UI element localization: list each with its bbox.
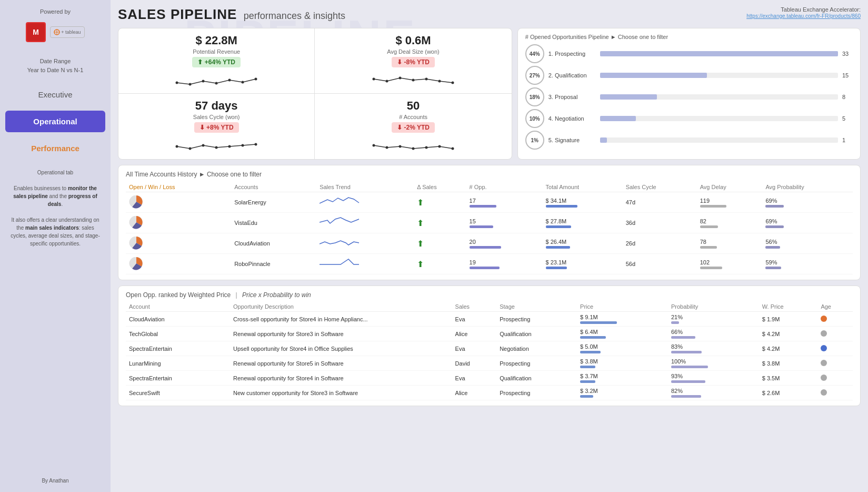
amount-cell: $ 27.8M xyxy=(543,213,623,233)
sidebar: Powered by M + tableau Date Range Year t… xyxy=(0,0,111,492)
pipeline-rows: 44%1. Prospecting3327%2. Qualification15… xyxy=(525,44,853,150)
opp-account: SpectraEntertain xyxy=(126,371,230,386)
table-row: SecureSwiftNew customer opportunity for … xyxy=(126,386,853,400)
stage-percent: 44% xyxy=(525,44,544,63)
age-dot xyxy=(821,316,827,322)
opp-probability: 66% xyxy=(668,327,759,341)
opp-stage: Qualification xyxy=(496,371,577,386)
account-name: SolarEnergy xyxy=(231,192,316,213)
opp-account: LunarMining xyxy=(126,356,230,371)
delay-cell: 78 xyxy=(697,233,763,254)
opp-probability: 21% xyxy=(668,312,759,327)
opps-col-header: Opportunity Description xyxy=(230,302,452,312)
nav-performance[interactable]: Performance xyxy=(5,137,105,159)
cycle-cell: 26d xyxy=(623,233,697,254)
opp-wprice: $ 1.9M xyxy=(759,312,818,327)
probability-cell: 59% xyxy=(762,254,853,274)
acc-col-header: Avg Probability xyxy=(762,182,853,192)
opp-age xyxy=(817,341,853,356)
opp-age xyxy=(817,371,853,386)
kpi-badge: ⬇ -2% YTD xyxy=(392,122,435,133)
pipeline-row[interactable]: 1%5. Signature1 xyxy=(525,131,853,150)
pie-cell xyxy=(126,192,231,213)
opp-cell: 20 xyxy=(466,233,543,254)
acc-col-header: Sales Trend xyxy=(316,182,414,192)
kpi-badge: ⬇ -8% YTD xyxy=(392,57,435,67)
pie-chart xyxy=(129,194,144,209)
kpi-value: 50 xyxy=(407,99,420,113)
nav-executive[interactable]: Executive xyxy=(5,84,105,105)
kpi-card-3: 50# Accounts⬇ -2% YTD xyxy=(315,94,511,159)
delta-cell: ⬆ xyxy=(414,254,466,274)
stage-name: 4. Negotiation xyxy=(548,115,596,122)
kpi-label: Sales Cycle (won) xyxy=(193,114,240,120)
kpi-group: $ 22.8MPotential Revenue⬆ +64% YTD$ 0.6M… xyxy=(118,28,512,160)
pipeline-row[interactable]: 27%2. Qualification15 xyxy=(525,66,853,85)
stage-bar xyxy=(600,137,607,143)
trend-sparkline xyxy=(320,257,362,270)
pipeline-row[interactable]: 44%1. Prospecting33 xyxy=(525,44,853,63)
opp-price: $ 3.8M xyxy=(577,356,668,371)
pipeline-row[interactable]: 18%3. Proposal8 xyxy=(525,87,853,106)
kpi-badge: ⬇ +8% YTD xyxy=(194,122,239,133)
table-row: CloudAviationCross-sell opportunity for … xyxy=(126,312,853,327)
page-header: SALES PIPELINE performances & insights T… xyxy=(118,6,861,23)
opp-cell: 19 xyxy=(466,254,543,274)
kpi-label: # Accounts xyxy=(399,114,427,120)
stage-bar-wrap xyxy=(600,73,838,78)
svg-text:M: M xyxy=(33,28,39,36)
kpi-label: Avg Deal Size (won) xyxy=(387,48,439,55)
table-row: RoboPinnacle⬆19$ 23.1M56d10259% xyxy=(126,254,853,274)
delay-cell: 102 xyxy=(697,254,763,274)
opps-table: AccountOpportunity DescriptionSalesStage… xyxy=(126,302,853,400)
opp-sales: Eva xyxy=(452,341,497,356)
stage-bar-wrap xyxy=(600,137,838,143)
sparkline xyxy=(174,70,258,88)
opp-desc: New customer opportunity for Store3 in S… xyxy=(230,386,452,400)
stage-name: 1. Prospecting xyxy=(548,51,596,57)
accounts-section: All Time Accounts History ► Choose one t… xyxy=(118,165,861,280)
opp-stage: Prospecting xyxy=(496,356,577,371)
opps-col-header: Stage xyxy=(496,302,577,312)
opp-stage: Qualification xyxy=(496,327,577,341)
trend-cell xyxy=(316,213,414,233)
opp-sales: Alice xyxy=(452,327,497,341)
cycle-cell: 36d xyxy=(623,213,697,233)
opp-cell: 17 xyxy=(466,192,543,213)
stage-percent: 10% xyxy=(525,109,544,128)
accelerator-url[interactable]: https://exchange.tableau.com/fr-FR/produ… xyxy=(746,13,861,19)
nav-operational[interactable]: Operational xyxy=(5,111,105,132)
top-row: $ 22.8MPotential Revenue⬆ +64% YTD$ 0.6M… xyxy=(118,28,861,160)
trend-cell xyxy=(316,233,414,254)
table-row: SpectraEntertainUpsell opportunity for S… xyxy=(126,341,853,356)
opp-age xyxy=(817,327,853,341)
pipeline-row[interactable]: 10%4. Negotiation5 xyxy=(525,109,853,128)
pie-cell xyxy=(126,213,231,233)
pipeline-title: # Opened Opportunities Pipeline ► Choose… xyxy=(525,34,853,40)
stage-percent: 18% xyxy=(525,87,544,106)
acc-col-header: Avg Delay xyxy=(697,182,763,192)
account-name: RoboPinnacle xyxy=(231,254,316,274)
opp-account: TechGlobal xyxy=(126,327,230,341)
acc-col-header: # Opp. xyxy=(466,182,543,192)
opp-desc: Cross-sell opportunity for Store4 in Hom… xyxy=(230,312,452,327)
delay-cell: 82 xyxy=(697,213,763,233)
date-range: Date Range Year to Date N vs N-1 xyxy=(27,57,84,74)
stage-percent: 1% xyxy=(525,131,544,150)
opp-probability: 82% xyxy=(668,386,759,400)
opps-col-header: Price xyxy=(577,302,668,312)
kpi-card-1: $ 0.6MAvg Deal Size (won)⬇ -8% YTD xyxy=(315,28,511,94)
opp-probability: 83% xyxy=(668,341,759,356)
sidebar-description: Operational tab Enables businesses to mo… xyxy=(5,169,105,248)
page-title: SALES PIPELINE performances & insights xyxy=(118,6,345,23)
powered-by-label: Powered by xyxy=(40,8,71,15)
opp-age xyxy=(817,356,853,371)
pie-cell xyxy=(126,233,231,254)
age-dot xyxy=(821,360,827,366)
opp-sales: David xyxy=(452,356,497,371)
amount-cell: $ 23.1M xyxy=(543,254,623,274)
stage-count: 1 xyxy=(842,137,853,143)
trend-sparkline xyxy=(320,195,362,208)
trend-sparkline xyxy=(320,216,362,229)
opp-sales: Eva xyxy=(452,312,497,327)
